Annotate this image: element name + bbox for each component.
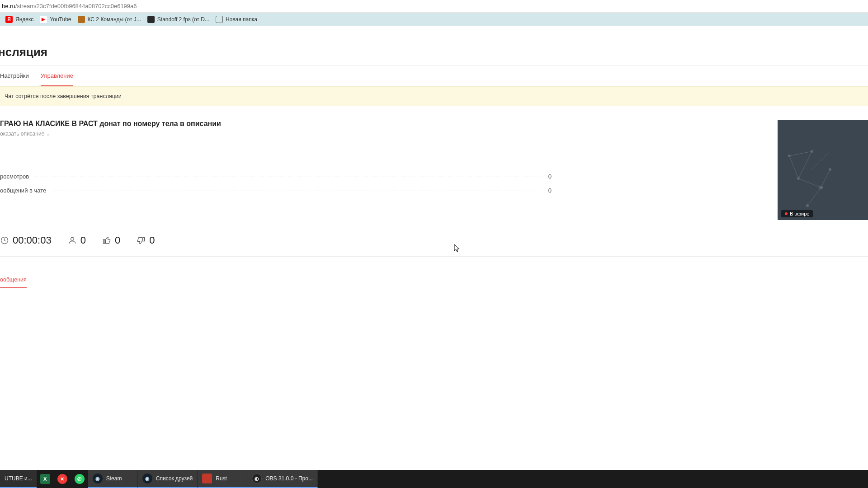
- live-badge: В эфире: [781, 210, 813, 217]
- metrics-row: 00:00:03 0 0 0: [0, 235, 868, 257]
- youtube-icon: ▶: [40, 16, 47, 23]
- stat-value: 0: [546, 187, 552, 194]
- taskbar-app-browser[interactable]: UTUBE и...: [0, 470, 37, 488]
- taskbar-label: OBS 31.0.0 - Про...: [265, 475, 313, 482]
- tab-messages[interactable]: ообщения: [0, 272, 27, 288]
- stat-value: 0: [546, 173, 552, 180]
- svg-line-3: [798, 178, 821, 188]
- metric-value: 0: [149, 235, 155, 246]
- cursor-icon: [454, 244, 460, 252]
- svg-point-10: [797, 177, 800, 180]
- taskbar-label: Rust: [216, 475, 227, 482]
- excel-icon: X: [40, 474, 50, 484]
- folder-icon: [216, 16, 223, 23]
- metric-viewers: 0: [68, 235, 86, 246]
- bookmark-standoff[interactable]: Standoff 2 fps (от D...: [147, 16, 209, 23]
- svg-line-4: [821, 169, 830, 188]
- metric-likes: 0: [102, 235, 120, 246]
- show-description-toggle[interactable]: оказать описание ⌄: [0, 131, 868, 137]
- svg-line-6: [807, 188, 821, 206]
- metric-duration: 00:00:03: [0, 235, 52, 246]
- url-path: /stream/23c7fde00fb96844a08702cc0e6199a6: [15, 3, 137, 9]
- stat-row-views: росмотров 0: [0, 173, 552, 180]
- address-bar[interactable]: be.ru/stream/23c7fde00fb96844a08702cc0e6…: [0, 0, 868, 13]
- steam-icon: ◉: [142, 474, 152, 483]
- live-badge-label: В эфире: [790, 211, 809, 216]
- standoff-icon: [147, 16, 155, 23]
- svg-line-0: [789, 151, 812, 156]
- taskbar-label: UTUBE и...: [5, 475, 32, 482]
- bookmark-label: Standoff 2 fps (от D...: [157, 16, 209, 23]
- bookmark-label: Яндекс: [15, 16, 33, 23]
- anydesk-icon: ✕: [57, 474, 67, 484]
- chevron-down-icon: ⌄: [46, 131, 50, 136]
- obs-icon: ◐: [252, 474, 262, 483]
- taskbar-app-steam[interactable]: ◉ Steam: [88, 470, 138, 488]
- bookmark-kc2[interactable]: КС 2 Команды (от J...: [78, 16, 141, 23]
- taskbar-app-excel[interactable]: X: [37, 470, 54, 488]
- svg-point-14: [71, 237, 74, 240]
- svg-line-1: [812, 151, 830, 169]
- whatsapp-icon: ✆: [75, 474, 85, 484]
- page-title: нсляция: [0, 26, 868, 66]
- stat-dots: [34, 177, 543, 177]
- stream-preview[interactable]: Смо трансл В эфире: [778, 120, 868, 220]
- thumbs-up-icon: [102, 236, 111, 245]
- taskbar-app-anydesk[interactable]: ✕: [54, 470, 71, 488]
- lower-tabs: ообщения: [0, 272, 868, 288]
- metric-value: 0: [80, 235, 86, 246]
- svg-point-11: [819, 186, 823, 189]
- bookmark-label: YouTube: [50, 16, 71, 23]
- desc-toggle-label: оказать описание: [0, 131, 44, 137]
- stats-block: росмотров 0 ообщений в чате 0: [0, 173, 552, 194]
- metric-value: 0: [115, 235, 120, 246]
- url-host: be.ru: [2, 3, 15, 9]
- svg-point-7: [788, 155, 791, 157]
- clock-icon: [0, 236, 9, 245]
- svg-point-9: [829, 168, 831, 171]
- thumbs-down-icon: [137, 236, 146, 245]
- tab-manage[interactable]: Управление: [41, 66, 73, 86]
- taskbar-app-obs[interactable]: ◐ OBS 31.0.0 - Про...: [247, 470, 318, 488]
- cs2-icon: [78, 16, 85, 23]
- rust-icon: [202, 474, 212, 483]
- taskbar-label: Steam: [106, 475, 122, 482]
- svg-line-2: [789, 156, 798, 178]
- chat-warning-notice: Чат сотрётся после завершения трансляции: [0, 86, 868, 106]
- svg-point-12: [806, 204, 809, 207]
- metric-value: 00:00:03: [13, 235, 52, 246]
- bookmark-folder[interactable]: Новая папка: [216, 16, 257, 23]
- taskbar-app-rust[interactable]: Rust: [198, 470, 247, 488]
- preview-network-graphic: [780, 142, 839, 210]
- tab-settings[interactable]: Настройки: [0, 66, 29, 86]
- taskbar-label: Список друзей: [156, 475, 193, 482]
- svg-line-5: [798, 151, 812, 178]
- bookmarks-bar: Я Яндекс ▶ YouTube КС 2 Команды (от J...…: [0, 13, 868, 26]
- taskbar-app-friends[interactable]: ◉ Список друзей: [138, 470, 198, 488]
- bookmark-label: КС 2 Команды (от J...: [88, 16, 141, 23]
- tabs: Настройки Управление: [0, 66, 868, 86]
- stat-row-chat: ообщений в чате 0: [0, 187, 552, 194]
- steam-icon: ◉: [93, 474, 103, 483]
- live-dot-icon: [785, 212, 788, 215]
- yandex-icon: Я: [5, 16, 13, 23]
- bookmark-yandex[interactable]: Я Яндекс: [5, 16, 33, 23]
- metric-dislikes: 0: [137, 235, 155, 246]
- stat-label: ообщений в чате: [0, 187, 49, 194]
- bookmark-youtube[interactable]: ▶ YouTube: [40, 16, 71, 23]
- taskbar-app-whatsapp[interactable]: ✆: [71, 470, 88, 488]
- stream-title: ГРАЮ НА КЛАСИКЕ В РАСТ донат по номеру т…: [0, 120, 868, 128]
- stat-label: росмотров: [0, 173, 32, 180]
- user-icon: [68, 236, 77, 245]
- bookmark-label: Новая папка: [226, 16, 257, 23]
- stat-dots: [52, 191, 542, 191]
- svg-point-8: [811, 150, 813, 153]
- taskbar: UTUBE и... X ✕ ✆ ◉ Steam ◉ Список друзей…: [0, 470, 868, 488]
